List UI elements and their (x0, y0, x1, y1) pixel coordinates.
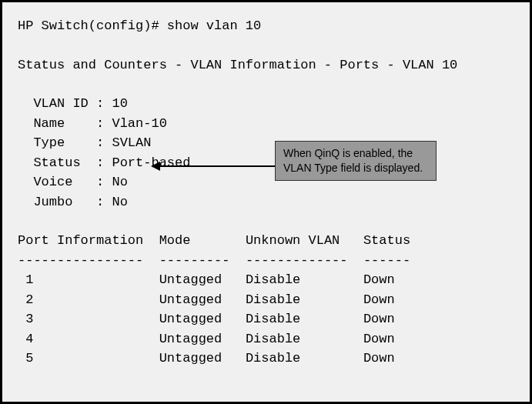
field-vlan-id: VLAN ID : 10 (18, 94, 514, 114)
col-unknown-vlan: Unknown VLAN (246, 231, 363, 251)
field-value: 10 (112, 96, 127, 111)
field-label: Voice (33, 175, 72, 189)
field-label: Status (33, 155, 80, 170)
field-voice: Voice : No (18, 172, 514, 192)
field-label: Type (33, 135, 65, 150)
field-label: VLAN ID (33, 96, 88, 111)
field-status: Status : Port-based (18, 153, 514, 173)
field-value: SVLAN (112, 135, 151, 150)
table-row: 2 Untagged Disable Down (18, 290, 410, 310)
field-name: Name : Vlan-10 (18, 114, 514, 134)
field-value: No (112, 175, 127, 189)
field-label: Name (33, 116, 65, 131)
callout-arrow-head-icon (151, 162, 160, 171)
port-table: Port Information Mode Unknown VLAN Statu… (18, 231, 410, 369)
cli-command: show vlan 10 (167, 18, 261, 33)
table-row: 4 Untagged Disable Down (18, 329, 410, 349)
callout-arrow-line (156, 165, 275, 167)
cli-prompt: HP Switch(config)# (18, 18, 167, 33)
table-row: 5 Untagged Disable Down (18, 349, 410, 369)
table-separator-row: ---------------- --------- -------------… (18, 251, 410, 271)
field-type: Type : SVLAN (18, 133, 514, 153)
table-row: 1 Untagged Disable Down (18, 270, 410, 290)
field-jumbo: Jumbo : No (18, 192, 514, 212)
col-mode: Mode (159, 231, 246, 251)
section-header: Status and Counters - VLAN Information -… (18, 55, 514, 75)
col-status: Status (363, 231, 410, 251)
table-row: 3 Untagged Disable Down (18, 309, 410, 329)
command-line: HP Switch(config)# show vlan 10 (18, 16, 514, 36)
col-port-info: Port Information (18, 231, 159, 251)
callout-box: When QinQ is enabled, the VLAN Type fiel… (275, 141, 437, 181)
table-header-row: Port Information Mode Unknown VLAN Statu… (18, 231, 410, 251)
field-value: Vlan-10 (112, 116, 166, 131)
field-value: No (112, 195, 127, 209)
field-label: Jumbo (33, 195, 72, 209)
